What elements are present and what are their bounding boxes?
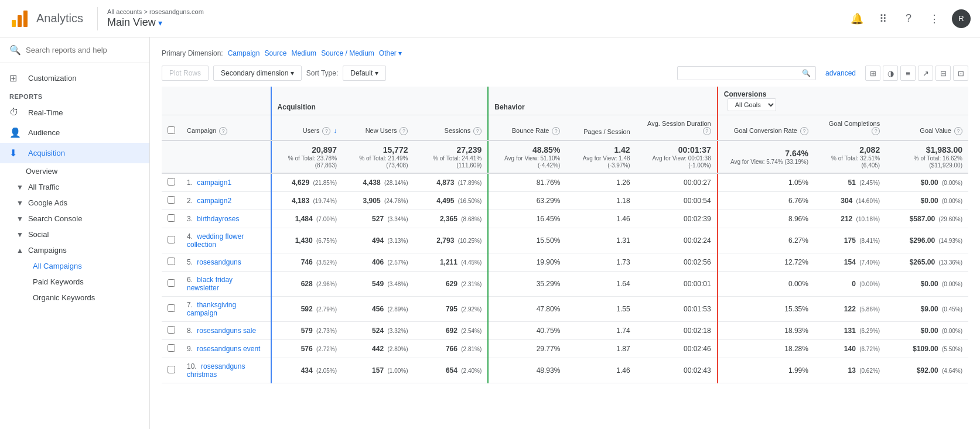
select-all-checkbox[interactable]	[168, 126, 175, 134]
campaign-link[interactable]: wedding flower collection	[187, 232, 244, 249]
sidebar-item-customization[interactable]: ⊞ Customization	[0, 68, 149, 88]
expand-icon: ▼	[16, 183, 23, 191]
row-checkbox[interactable]	[168, 279, 175, 287]
row-checkbox[interactable]	[168, 326, 175, 334]
grid-icon[interactable]: ⠿	[875, 11, 891, 27]
campaign-link[interactable]: thanksgiving campaign	[187, 301, 236, 317]
more-vert-icon[interactable]: ⋮	[926, 11, 943, 27]
row-checkbox[interactable]	[168, 366, 175, 373]
sidebar-item-overview[interactable]: Overview	[0, 163, 149, 179]
row-checkbox[interactable]	[168, 344, 175, 352]
search-input[interactable]	[26, 46, 140, 54]
help-icon[interactable]: ?	[900, 11, 917, 27]
users-help-icon[interactable]: ?	[322, 127, 330, 135]
td-goal-conv-rate: 12.72%	[718, 253, 814, 272]
th-pages-session[interactable]: Pages / Session	[566, 115, 636, 141]
advanced-link[interactable]: advanced	[825, 69, 856, 77]
pivot-view-icon[interactable]: ⊟	[935, 66, 951, 81]
pd-other[interactable]: Other ▾	[379, 49, 402, 57]
pie-view-icon[interactable]: ◑	[883, 66, 898, 81]
campaign-help-icon[interactable]: ?	[219, 127, 227, 135]
th-goal-value[interactable]: Goal Value ?	[886, 115, 968, 141]
campaign-link[interactable]: campaign1	[197, 179, 231, 187]
row-checkbox[interactable]	[168, 304, 175, 312]
users-pct: (21.85%)	[313, 180, 337, 186]
th-bounce-rate[interactable]: Bounce Rate ?	[488, 115, 566, 141]
table-search-input[interactable]	[682, 69, 800, 77]
table-row: 2. campaign2 4,183 (19.74%) 3,905 (24.76…	[162, 192, 968, 210]
th-sessions[interactable]: Sessions ?	[414, 115, 488, 141]
sidebar-item-organic-keywords[interactable]: Organic Keywords	[0, 290, 149, 306]
sidebar-item-search-console[interactable]: ▼ Search Console	[0, 211, 149, 226]
pd-medium[interactable]: Medium	[291, 49, 316, 57]
table-view-icon[interactable]: ⊞	[865, 66, 880, 81]
search-submit-icon[interactable]: 🔍	[802, 69, 811, 77]
row-checkbox[interactable]	[168, 236, 175, 243]
sidebar-item-social[interactable]: ▼ Social	[0, 226, 149, 242]
bell-icon[interactable]: 🔔	[849, 11, 865, 27]
td-campaign: 7. thanksgiving campaign	[181, 297, 271, 322]
sidebar-item-acquisition[interactable]: ⬇ Acquisition	[0, 143, 149, 163]
campaign-link[interactable]: birthdayroses	[197, 215, 239, 223]
sidebar-item-all-traffic[interactable]: ▼ All Traffic	[0, 179, 149, 195]
td-bounce-rate: 47.80%	[488, 297, 566, 322]
campaign-link[interactable]: black friday newsletter	[187, 276, 233, 292]
sidebar-item-all-campaigns[interactable]: All Campaigns	[0, 258, 149, 274]
avg-session-help-icon[interactable]: ?	[703, 127, 711, 135]
totals-row: 20,897 % of Total: 23.78% (87,863) 15,77…	[162, 140, 968, 173]
td-avg-session: 00:02:39	[636, 210, 718, 228]
sessions-pct: (2.40%)	[461, 368, 482, 374]
goal-conv-help-icon[interactable]: ?	[800, 127, 808, 135]
avatar[interactable]: R	[952, 9, 971, 28]
th-campaign[interactable]: Campaign ?	[181, 115, 271, 141]
custom-view-icon[interactable]: ⊡	[953, 66, 968, 81]
line-view-icon[interactable]: ↗	[918, 66, 933, 81]
td-users: 434 (2.05%)	[271, 358, 343, 383]
th-goal-completions[interactable]: Goal Completions ?	[814, 115, 886, 141]
sidebar-item-realtime[interactable]: ⏱ Real-Time	[0, 102, 149, 122]
goal-val-value: $587.00	[910, 215, 935, 223]
bounce-help-icon[interactable]: ?	[552, 127, 560, 135]
goal-comp-help-icon[interactable]: ?	[872, 127, 880, 135]
users-pct: (2.73%)	[316, 328, 337, 334]
sidebar-item-google-ads[interactable]: ▼ Google Ads	[0, 195, 149, 211]
sessions-help-icon[interactable]: ?	[473, 127, 482, 135]
bar-view-icon[interactable]: ≡	[900, 66, 916, 81]
campaign-link[interactable]: rosesandguns event	[197, 345, 260, 353]
th-users[interactable]: Users ? ↓	[271, 115, 343, 141]
row-checkbox[interactable]	[168, 196, 175, 204]
row-checkbox[interactable]	[168, 258, 175, 265]
sidebar-item-campaigns[interactable]: ▲ Campaigns	[0, 242, 149, 258]
sort-type-button[interactable]: Default ▾	[343, 66, 385, 81]
goal-val-help-icon[interactable]: ?	[954, 127, 962, 135]
secondary-dimension-button[interactable]: Secondary dimension ▾	[213, 66, 302, 81]
goals-dropdown[interactable]: All Goals	[728, 98, 776, 111]
row-checkbox[interactable]	[168, 178, 175, 186]
pd-source-medium[interactable]: Source / Medium	[321, 49, 374, 57]
pd-source[interactable]: Source	[264, 49, 286, 57]
pd-campaign[interactable]: Campaign	[228, 49, 260, 57]
th-new-users[interactable]: New Users ?	[343, 115, 414, 141]
campaign-link[interactable]: campaign2	[197, 197, 231, 205]
td-avg-session: 00:02:43	[636, 358, 718, 383]
campaign-link[interactable]: rosesandguns sale	[197, 327, 256, 335]
campaign-link[interactable]: rosesandguns	[197, 258, 241, 266]
campaigns-label: Campaigns	[28, 246, 67, 255]
analytics-logo-icon	[9, 8, 30, 29]
goal-comp-value: 175	[844, 236, 856, 245]
th-avg-session[interactable]: Avg. Session Duration ?	[636, 115, 718, 141]
view-title-dropdown-arrow: ▾	[158, 18, 162, 28]
plot-rows-button[interactable]: Plot Rows	[162, 66, 209, 81]
main-layout: 🔍 ⊞ Customization REPORTS ⏱ Real-Time 👤 …	[0, 37, 980, 429]
new-users-help-icon[interactable]: ?	[399, 127, 408, 135]
new-users-value: 527	[372, 215, 384, 223]
td-checkbox	[162, 340, 181, 358]
row-checkbox[interactable]	[168, 214, 175, 222]
sidebar-item-audience[interactable]: 👤 Audience	[0, 122, 149, 143]
view-title[interactable]: Main View ▾	[107, 16, 204, 29]
totals-goal-conv-value: 7.64%	[724, 149, 808, 158]
totals-goal-val-sub: % of Total: 16.62% ($11,929.00)	[914, 155, 962, 169]
totals-goal-val-value: $1,983.00	[892, 145, 962, 155]
sidebar-item-paid-keywords[interactable]: Paid Keywords	[0, 274, 149, 290]
th-goal-conv-rate[interactable]: Goal Conversion Rate ?	[718, 115, 814, 141]
